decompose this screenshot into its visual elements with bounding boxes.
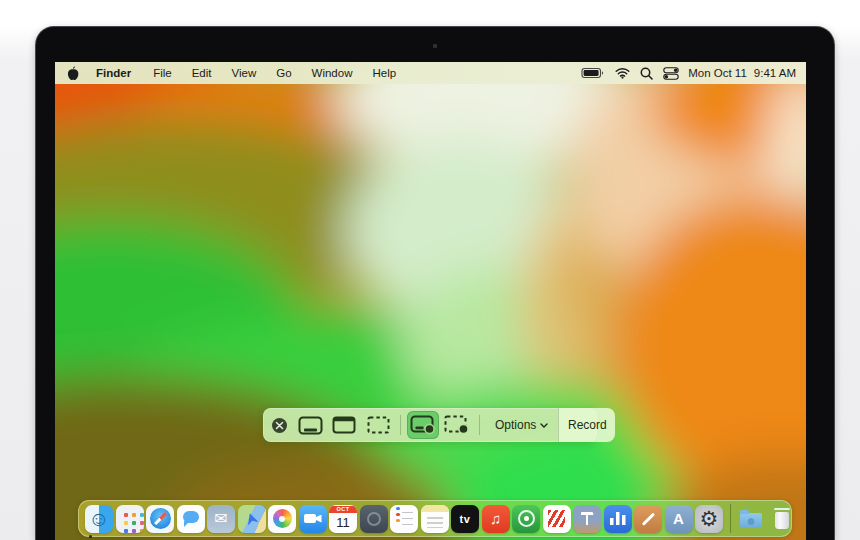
dock-icon-appstore[interactable]: A [665,505,693,533]
apple-menu-icon[interactable] [65,66,85,80]
appstore-glyph: A [673,510,684,527]
spotlight-search-icon[interactable] [640,67,653,80]
toolbar-divider [479,415,480,435]
dock-icon-keynote[interactable] [573,505,601,533]
options-button[interactable]: Options [485,418,558,432]
menu-item-help[interactable]: Help [363,65,405,81]
calendar-month-label: OCT [329,506,357,513]
page-background: FinderFileEditViewGoWindowHelp Mon Oct 1… [0,0,860,540]
record-label: Record [568,418,607,432]
menu-item-view[interactable]: View [223,65,266,81]
close-icon[interactable] [272,418,287,433]
dock-icon-trash[interactable] [768,505,796,533]
capture-selected-portion-button[interactable] [362,411,394,439]
tv-glyph: tv [460,513,471,525]
menu-item-go[interactable]: Go [267,65,300,81]
record-entire-screen-button[interactable] [407,411,439,439]
menu-item-finder[interactable]: Finder [87,65,142,81]
capture-selected-window-button[interactable] [328,411,360,439]
dock-icon-safari[interactable] [146,505,174,533]
capture-entire-screen-button[interactable] [294,411,326,439]
menu-item-file[interactable]: File [144,65,181,81]
dock-icon-photos[interactable] [268,505,296,533]
dock-icon-calendar[interactable]: OCT11 [329,505,357,533]
screenshot-toolbar: Options Record [263,408,597,442]
dock-icon-podcasts[interactable] [512,505,540,533]
menu-item-edit[interactable]: Edit [183,65,221,81]
dock-icon-mail[interactable] [207,505,235,533]
dock-icon-notes[interactable] [421,505,449,533]
mac-screen: FinderFileEditViewGoWindowHelp Mon Oct 1… [55,62,806,540]
finder-running-indicator [89,535,92,538]
record-selected-portion-button[interactable] [441,411,473,439]
app-menus: FinderFileEditViewGoWindowHelp [65,65,405,81]
dock-separator [730,504,731,533]
dock-icon-numbers[interactable] [604,505,632,533]
dock-icon-contacts[interactable] [360,505,388,533]
dock-icon-finder[interactable] [85,505,113,533]
menu-bar: FinderFileEditViewGoWindowHelp Mon Oct 1… [55,62,806,84]
dock-icon-messages[interactable] [177,505,205,533]
dock-icon-tv[interactable]: tv [451,505,479,533]
status-area: Mon Oct 11 9:41 AM [581,67,796,80]
calendar-day-label: 11 [329,513,357,532]
macbook-bezel: FinderFileEditViewGoWindowHelp Mon Oct 1… [36,27,834,540]
control-center-icon[interactable] [663,67,679,80]
dock-icon-facetime[interactable] [299,505,327,533]
dock: OCT11tvA [78,500,792,537]
camera-icon [433,44,437,48]
chevron-down-icon [540,423,548,428]
menu-bar-date: Mon Oct 11 [688,67,747,79]
dock-icon-pages[interactable] [634,505,662,533]
menu-bar-clock[interactable]: Mon Oct 11 9:41 AM [688,67,796,79]
options-label: Options [495,418,536,432]
menu-bar-time: 9:41 AM [754,67,796,79]
record-button[interactable]: Record [558,408,615,442]
dock-icon-maps[interactable] [238,505,266,533]
desktop-wallpaper [55,62,806,540]
menu-item-window[interactable]: Window [303,65,362,81]
dock-icon-settings[interactable] [695,505,723,533]
dock-icon-news[interactable] [543,505,571,533]
dock-icon-reminders[interactable] [390,505,418,533]
toolbar-divider [400,415,401,435]
dock-icon-downloads[interactable] [737,505,765,533]
battery-icon[interactable] [581,67,605,79]
wifi-icon[interactable] [615,67,630,79]
dock-icon-music[interactable] [482,505,510,533]
dock-icon-launchpad[interactable] [116,505,144,533]
